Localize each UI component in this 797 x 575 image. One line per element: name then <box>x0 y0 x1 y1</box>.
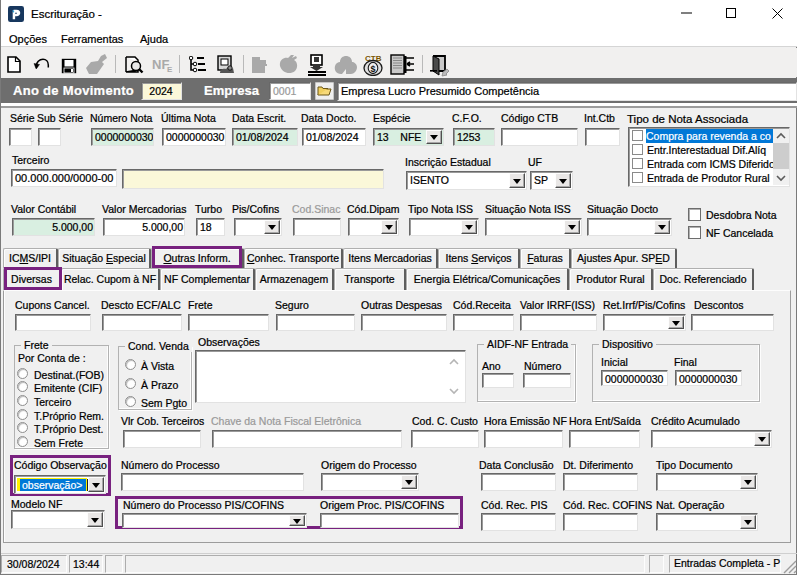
svg-text:E: E <box>167 65 173 73</box>
svg-text:$: $ <box>371 64 376 74</box>
